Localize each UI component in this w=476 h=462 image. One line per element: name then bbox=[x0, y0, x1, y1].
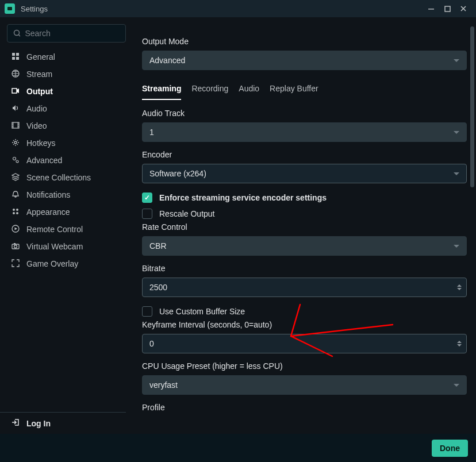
keyframe-input[interactable]: 0 bbox=[142, 334, 467, 353]
chevron-down-icon bbox=[454, 384, 459, 387]
bell-icon bbox=[10, 190, 21, 200]
cpu-preset-value: veryfast bbox=[149, 380, 178, 390]
camera-icon bbox=[10, 242, 21, 252]
sidebar-item-game-overlay[interactable]: Game Overlay bbox=[7, 255, 126, 272]
nav-list: General Stream Output Audio Video Hotkey… bbox=[7, 48, 126, 412]
sidebar-item-label: Video bbox=[26, 121, 47, 130]
bitrate-label: Bitrate bbox=[142, 264, 467, 273]
svg-rect-5 bbox=[16, 53, 19, 56]
svg-rect-6 bbox=[12, 57, 15, 60]
spinner-buttons[interactable] bbox=[457, 341, 462, 346]
spinner-up-icon bbox=[457, 341, 462, 343]
tab-replay-buffer[interactable]: Replay Buffer bbox=[270, 84, 318, 100]
footer-bar: Done bbox=[0, 434, 476, 462]
enforce-checkbox[interactable] bbox=[142, 192, 152, 203]
sidebar-item-label: Stream bbox=[26, 70, 52, 79]
tab-label: Recording bbox=[191, 84, 228, 93]
bitrate-value: 2500 bbox=[149, 283, 167, 292]
close-icon bbox=[460, 5, 467, 12]
tab-audio[interactable]: Audio bbox=[239, 84, 259, 100]
sidebar-item-hotkeys[interactable]: Hotkeys bbox=[7, 134, 126, 152]
sidebar-item-label: Scene Collections bbox=[26, 173, 91, 182]
output-mode-value: Advanced bbox=[149, 56, 185, 65]
sidebar-item-label: Game Overlay bbox=[26, 259, 78, 268]
bitrate-input[interactable]: 2500 bbox=[142, 278, 467, 297]
spinner-up-icon bbox=[457, 284, 462, 287]
search-input-container[interactable] bbox=[7, 24, 126, 43]
film-icon bbox=[10, 121, 21, 131]
search-icon bbox=[13, 29, 20, 37]
svg-rect-2 bbox=[445, 6, 450, 11]
expand-icon bbox=[10, 259, 21, 269]
window-title: Settings bbox=[21, 5, 423, 13]
svg-point-12 bbox=[13, 157, 16, 160]
output-mode-select[interactable]: Advanced bbox=[142, 51, 467, 70]
spinner-down-icon bbox=[457, 288, 462, 290]
sidebar: General Stream Output Audio Video Hotkey… bbox=[7, 24, 126, 434]
profile-label: Profile bbox=[142, 403, 467, 412]
svg-rect-21 bbox=[14, 243, 16, 244]
done-button[interactable]: Done bbox=[432, 440, 468, 457]
login-icon bbox=[10, 418, 21, 428]
spinner-buttons[interactable] bbox=[457, 284, 462, 290]
audio-track-value: 1 bbox=[149, 128, 154, 137]
maximize-icon bbox=[444, 6, 451, 12]
scrollbar[interactable] bbox=[470, 26, 474, 187]
chevron-down-icon bbox=[454, 59, 459, 62]
audio-track-select[interactable]: 1 bbox=[142, 122, 467, 142]
encoder-label: Encoder bbox=[142, 150, 467, 159]
sidebar-item-virtual-webcam[interactable]: Virtual Webcam bbox=[7, 238, 126, 255]
rescale-checkbox[interactable] bbox=[142, 209, 152, 219]
gear-icon bbox=[10, 138, 21, 148]
output-icon bbox=[10, 87, 21, 97]
svg-point-11 bbox=[14, 141, 17, 144]
play-circle-icon bbox=[10, 225, 21, 234]
search-input[interactable] bbox=[25, 29, 120, 38]
gears-icon bbox=[10, 156, 21, 165]
tab-recording[interactable]: Recording bbox=[191, 84, 228, 100]
tab-streaming[interactable]: Streaming bbox=[142, 84, 181, 100]
sidebar-item-label: Audio bbox=[26, 104, 47, 113]
sidebar-item-label: Output bbox=[26, 87, 53, 96]
custom-buffer-checkbox[interactable] bbox=[142, 306, 152, 317]
maximize-button[interactable] bbox=[439, 1, 455, 17]
sidebar-item-notifications[interactable]: Notifications bbox=[7, 186, 126, 203]
sidebar-item-audio[interactable]: Audio bbox=[7, 100, 126, 117]
sidebar-item-scene-collections[interactable]: Scene Collections bbox=[7, 169, 126, 186]
sidebar-item-appearance[interactable]: Appearance bbox=[7, 203, 126, 221]
sidebar-item-remote-control[interactable]: Remote Control bbox=[7, 221, 126, 238]
svg-point-20 bbox=[14, 245, 17, 248]
titlebar: Settings bbox=[0, 0, 476, 17]
palette-icon bbox=[10, 207, 21, 217]
tab-label: Replay Buffer bbox=[270, 84, 318, 93]
sidebar-item-label: Advanced bbox=[26, 156, 62, 165]
svg-rect-1 bbox=[428, 9, 434, 10]
cpu-preset-select[interactable]: veryfast bbox=[142, 375, 467, 395]
sidebar-item-video[interactable]: Video bbox=[7, 117, 126, 134]
minimize-button[interactable] bbox=[423, 1, 439, 17]
svg-point-15 bbox=[16, 209, 18, 211]
chevron-down-icon bbox=[454, 172, 459, 175]
chevron-down-icon bbox=[454, 245, 459, 248]
sidebar-item-label: Hotkeys bbox=[26, 138, 56, 148]
main-panel: Output Mode Advanced Streaming Recording… bbox=[126, 24, 476, 434]
spinner-down-icon bbox=[457, 344, 462, 346]
sidebar-item-advanced[interactable]: Advanced bbox=[7, 152, 126, 169]
sidebar-item-output[interactable]: Output bbox=[7, 83, 126, 100]
svg-rect-7 bbox=[16, 57, 19, 60]
volume-icon bbox=[10, 104, 21, 114]
sidebar-item-stream[interactable]: Stream bbox=[7, 66, 126, 83]
cpu-preset-label: CPU Usage Preset (higher = less CPU) bbox=[142, 361, 467, 371]
sidebar-footer: Log In bbox=[0, 412, 126, 434]
tab-label: Audio bbox=[239, 84, 259, 93]
rescale-label: Rescale Output bbox=[159, 209, 215, 218]
rate-control-select[interactable]: CBR bbox=[142, 236, 467, 256]
encoder-select[interactable]: Software (x264) bbox=[142, 164, 467, 183]
rate-control-value: CBR bbox=[149, 241, 167, 251]
svg-point-13 bbox=[16, 160, 18, 163]
sidebar-item-general[interactable]: General bbox=[7, 48, 126, 66]
output-tabs: Streaming Recording Audio Replay Buffer bbox=[142, 84, 467, 101]
keyframe-value: 0 bbox=[149, 339, 154, 348]
login-button[interactable]: Log In bbox=[10, 418, 122, 428]
close-button[interactable] bbox=[455, 1, 471, 17]
